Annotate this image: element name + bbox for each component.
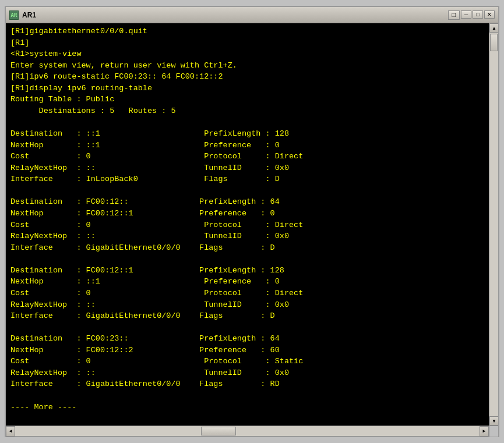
maximize-icon: □ (476, 12, 479, 17)
titlebar-left: AR AR1 (9, 10, 36, 20)
scroll-track-vertical[interactable] (489, 33, 498, 416)
scroll-down-button[interactable]: ▼ (489, 416, 498, 426)
left-arrow-icon: ◄ (8, 428, 13, 434)
scroll-left-button[interactable]: ◄ (6, 426, 15, 437)
horizontal-scrollbar: ◄ ► (6, 426, 498, 436)
terminal-window: AR AR1 ❐ ─ □ ✕ [R1]gigabitethernet0/0/0.… (5, 6, 499, 437)
scroll-thumb-vertical[interactable] (490, 34, 498, 51)
restore-minimize-group: ❐ (448, 10, 460, 20)
scroll-track-horizontal[interactable] (15, 426, 480, 436)
terminal-output[interactable]: [R1]gigabitethernet0/0/0.quit [R1] <R1>s… (6, 23, 489, 426)
scroll-right-button[interactable]: ► (480, 426, 489, 437)
close-icon: ✕ (487, 12, 492, 17)
down-arrow-icon: ▼ (492, 419, 496, 424)
scroll-up-button[interactable]: ▲ (489, 23, 498, 33)
minimize-icon: ─ (464, 12, 468, 17)
titlebar: AR AR1 ❐ ─ □ ✕ (6, 7, 498, 23)
right-arrow-icon: ► (482, 428, 487, 434)
terminal-area: [R1]gigabitethernet0/0/0.quit [R1] <R1>s… (6, 23, 498, 426)
maximize-button[interactable]: □ (473, 10, 483, 19)
vertical-scrollbar: ▲ ▼ (489, 23, 498, 426)
minimize-button[interactable]: ─ (461, 10, 471, 19)
app-icon-text: AR (11, 12, 17, 18)
restore-button[interactable]: ❐ (449, 11, 459, 19)
restore-icon: ❐ (452, 12, 456, 18)
up-arrow-icon: ▲ (492, 26, 496, 31)
app-icon: AR (9, 10, 19, 20)
close-button[interactable]: ✕ (484, 10, 495, 19)
window-controls: ❐ ─ □ ✕ (448, 10, 495, 20)
scrollbar-corner (489, 426, 498, 437)
scroll-thumb-horizontal[interactable] (201, 427, 236, 435)
window-title: AR1 (22, 11, 36, 19)
